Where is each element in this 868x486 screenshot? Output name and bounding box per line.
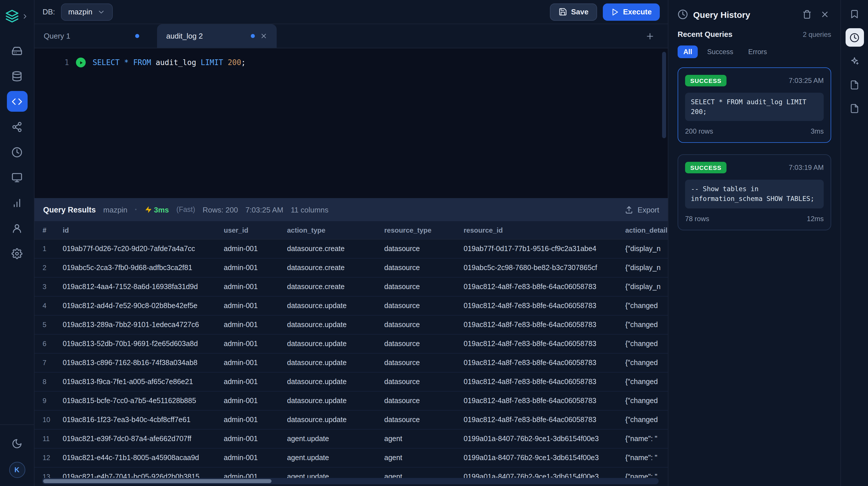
user-icon [11,223,23,233]
table-cell: datasource [384,321,464,329]
table-cell: 019abc5c-2ca3-7fb0-9d68-adfbc3ca2f81 [63,264,224,272]
table-cell: datasource.update [287,321,384,329]
table-row[interactable]: 8019ac813-f9ca-7fe1-a005-af65c7e86e21adm… [34,373,668,392]
table-cell: admin-001 [224,245,287,253]
table-row[interactable]: 7019ac813-c896-7162-8b16-74f38a034ab8adm… [34,353,668,373]
sidebar-item-bar-chart[interactable] [7,192,27,213]
editor-vertical-scrollbar[interactable] [662,52,666,138]
history-card[interactable]: SUCCESS7:03:19 AM-- Show tables in infor… [678,154,831,230]
export-icon [625,205,633,214]
sql-token: ; [241,58,246,67]
sidebar-expand-icon[interactable] [21,12,29,20]
sidebar-nav [7,32,27,264]
sparkles-button[interactable] [845,52,864,70]
bookmark-icon [849,9,859,19]
sidebar-item-clock[interactable] [7,142,27,162]
table-cell: 11 [42,435,63,443]
filter-errors[interactable]: Errors [742,46,773,58]
sidebar-footer: K [0,424,34,486]
table-cell: admin-001 [224,264,287,272]
sidebar-header [0,0,34,32]
sidebar-item-code[interactable] [7,91,27,112]
results-table-body: 1019ab77f-0d26-7c20-9d20-7afde7a4a7ccadm… [34,239,668,486]
sidebar-item-hard-drive[interactable] [7,40,27,61]
save-button[interactable]: Save [550,3,597,21]
user-avatar[interactable]: K [9,462,25,478]
right-icon-strip [840,0,868,486]
table-row[interactable]: 1019ab77f-0d26-7c20-9d20-7afde7a4a7ccadm… [34,239,668,259]
monitor-icon [11,172,23,183]
table-cell: admin-001 [224,416,287,424]
filter-success[interactable]: Success [702,46,739,58]
trash-icon [802,10,812,19]
table-row[interactable]: 2019abc5c-2ca3-7fb0-9d68-adfbc3ca2f81adm… [34,259,668,278]
table-row[interactable]: 9019ac815-bcfe-7cc0-a7b5-4e511628b885adm… [34,392,668,410]
run-line-button[interactable] [76,58,86,67]
database-selector-value: mazpin [68,7,92,16]
table-cell: datasource.update [287,378,384,386]
table-cell: {"changed [625,397,668,405]
table-row[interactable]: 3019ac812-4aa4-7152-8a6d-16938fa31d9dadm… [34,278,668,296]
close-history-button[interactable] [818,8,831,21]
table-cell: {"name": " [625,454,668,462]
tab-label: Query 1 [44,32,135,40]
editor-line: 1 SELECT * FROM audit_log LIMIT 200; [34,48,668,67]
sidebar-item-gear[interactable] [7,243,27,264]
table-cell: {"changed [625,416,668,424]
table-row[interactable]: 5019ac813-289a-7bb2-9101-1edeca4727c6adm… [34,316,668,335]
new-tab-button[interactable] [643,29,657,44]
table-cell: admin-001 [224,302,287,310]
bookmarks-button[interactable] [845,5,864,23]
table-cell: datasource [384,283,464,291]
app-root: K DB: mazpin Save Execute Query 1audit_l… [0,0,868,486]
sql-editor[interactable]: 1 SELECT * FROM audit_log LIMIT 200; [34,48,668,198]
table-cell: admin-001 [224,340,287,348]
table-row[interactable]: 11019ac821-e39f-7dc0-87a4-afe662d707ffad… [34,430,668,449]
table-cell: admin-001 [224,378,287,386]
table-cell: 019ac813-52db-70b1-9691-f2e65d603a8d [63,340,224,348]
execute-button[interactable]: Execute [603,3,660,21]
clear-history-button[interactable] [801,8,813,21]
column-header-resource_type: resource_type [384,226,464,234]
table-cell: agent [384,435,464,443]
file-button-1[interactable] [845,76,864,94]
table-row[interactable]: 12019ac821-e44c-71b1-8005-a45908acaa9dad… [34,449,668,467]
table-cell: {"name": " [625,435,668,443]
column-header-: # [42,226,63,234]
sql-token: 200 [228,58,241,67]
sql-code[interactable]: SELECT * FROM audit_log LIMIT 200; [93,58,246,67]
table-cell: 1 [42,245,63,253]
tab-close-icon[interactable] [260,32,268,40]
file-button-2[interactable] [845,99,864,117]
sidebar-item-user[interactable] [7,218,27,238]
history-card[interactable]: SUCCESS7:03:25 AMSELECT * FROM audit_log… [678,67,831,143]
filter-all[interactable]: All [678,46,698,58]
tab-query-1[interactable]: Query 1 [34,24,148,48]
sidebar-item-share-nodes[interactable] [7,116,27,137]
table-cell: {"display_n [625,264,668,272]
sidebar-item-database[interactable] [7,66,27,86]
unsaved-dot [251,34,255,38]
gear-icon [11,248,23,259]
table-cell: datasource [384,378,464,386]
tab-audit_log-2[interactable]: audit_log 2 [157,24,277,48]
table-row[interactable]: 10019ac816-1f23-7ea3-b40c-4cbf8cff7e61ad… [34,410,668,430]
table-cell: datasource [384,359,464,367]
plus-icon [645,31,655,40]
table-cell: 019ac813-f9ca-7fe1-a005-af65c7e86e21 [63,378,224,386]
sidebar-item-monitor[interactable] [7,167,27,188]
database-selector[interactable]: mazpin [61,3,113,21]
history-button[interactable] [845,28,864,47]
horizontal-scrollbar[interactable] [42,478,659,484]
query-results-panel: Query Results mazpin • 3ms (Fast) Rows: … [34,198,668,486]
theme-toggle-button[interactable] [7,433,27,454]
horizontal-scrollbar-thumb[interactable] [43,479,271,483]
table-cell: 9 [42,397,63,405]
table-cell: 019ac812-4a8f-7e83-b8fe-64ac06058783 [464,397,625,405]
export-button[interactable]: Export [625,205,659,214]
db-label: DB: [42,7,55,16]
table-row[interactable]: 4019ac812-ad4d-7e52-90c8-02b8be42ef5eadm… [34,296,668,316]
clock-icon [11,147,23,158]
table-row[interactable]: 6019ac813-52db-70b1-9691-f2e65d603a8dadm… [34,335,668,353]
export-button-label: Export [638,205,659,214]
